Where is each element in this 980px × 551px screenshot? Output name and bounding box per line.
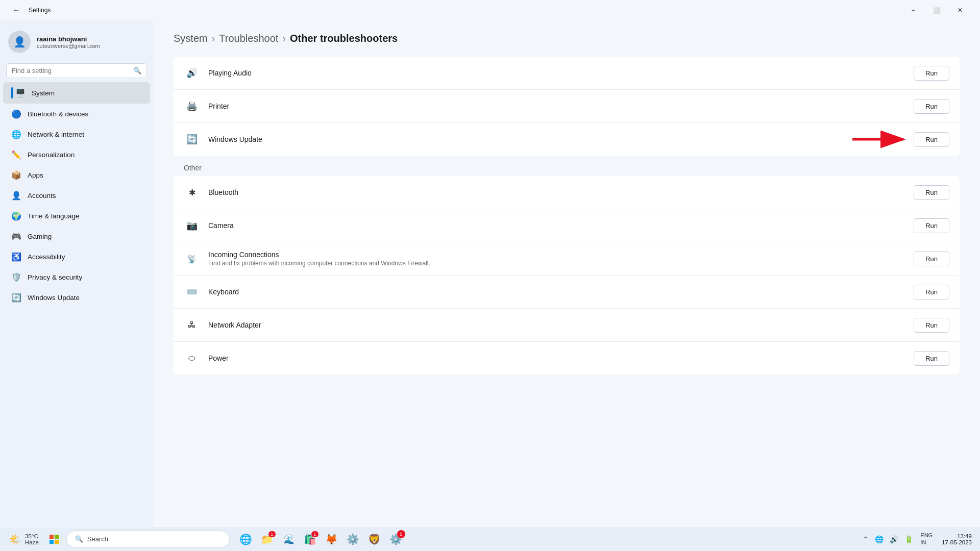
close-button[interactable]: ✕ — [948, 2, 972, 18]
system-icon: 🖥️ — [15, 88, 26, 98]
troubleshooter-keyboard: ⌨️ Keyboard Run — [174, 276, 960, 309]
search-icon: 🔍 — [133, 67, 141, 74]
taskbar-app-edge[interactable]: 🌊 — [279, 529, 299, 549]
run-playing-audio-button[interactable]: Run — [914, 66, 949, 81]
sidebar-item-windows-update[interactable]: 🔄 Windows Update — [3, 287, 150, 308]
taskbar-search-label: Search — [87, 535, 108, 543]
run-bluetooth-button[interactable]: Run — [914, 185, 949, 200]
sidebar-item-network[interactable]: 🌐 Network & internet — [3, 124, 150, 144]
run-camera-button[interactable]: Run — [914, 218, 949, 233]
playing-audio-title: Playing Audio — [208, 69, 914, 77]
chrome-icon: ⚙️ — [347, 533, 359, 545]
other-section: Other ✱ Bluetooth Run 📷 Camer — [174, 156, 960, 374]
breadcrumb-troubleshoot[interactable]: Troubleshoot — [219, 33, 278, 44]
search-input[interactable] — [12, 67, 129, 74]
other-section-label: Other — [174, 156, 960, 176]
taskbar-app-chrome[interactable]: ⚙️ — [343, 529, 363, 549]
sidebar-item-personalization[interactable]: ✏️ Personalization — [3, 144, 150, 165]
accounts-icon: 👤 — [11, 190, 21, 201]
run-incoming-connections-button[interactable]: Run — [914, 252, 949, 266]
breadcrumb-system[interactable]: System — [174, 33, 208, 44]
sidebar-item-accounts[interactable]: 👤 Accounts — [3, 185, 150, 206]
red-arrow-annotation — [852, 129, 914, 149]
troubleshooter-bluetooth: ✱ Bluetooth Run — [174, 176, 960, 209]
camera-ts-text: Camera — [208, 221, 914, 230]
network-adapter-title: Network Adapter — [208, 321, 914, 329]
store-badge: 1 — [311, 531, 318, 537]
taskbar-app-brave[interactable]: 🦁 — [364, 529, 385, 549]
run-printer-button[interactable]: Run — [914, 99, 949, 114]
clock-time: 13:49 — [957, 533, 972, 539]
sidebar-item-label: Apps — [28, 171, 43, 179]
svg-rect-2 — [50, 535, 54, 539]
camera-ts-icon: 📷 — [184, 217, 200, 234]
battery-icon[interactable]: 🔋 — [902, 533, 915, 545]
taskbar-app-settings[interactable]: ⚙️ 5 — [386, 529, 406, 549]
chevron-up-icon[interactable]: ⌃ — [861, 533, 871, 545]
sidebar-item-label: Network & internet — [28, 131, 84, 138]
accessibility-icon: ♿ — [11, 252, 21, 262]
minimize-button[interactable]: − — [901, 2, 925, 18]
taskbar-app-store[interactable]: 🛍️ 1 — [300, 529, 321, 549]
network-sys-icon[interactable]: 🌐 — [873, 533, 886, 545]
sidebar-item-label: Accounts — [28, 192, 56, 199]
titlebar-title: Settings — [29, 7, 51, 14]
maximize-button[interactable]: ⬜ — [925, 2, 948, 18]
incoming-connections-subtitle: Find and fix problems with incoming comp… — [208, 260, 914, 267]
troubleshooter-power: ⬭ Power Run — [174, 342, 960, 374]
sidebar-item-privacy[interactable]: 🛡️ Privacy & security — [3, 267, 150, 287]
language-indicator: ENGIN — [918, 530, 935, 547]
run-keyboard-button[interactable]: Run — [914, 285, 949, 299]
other-troubleshooters-group: ✱ Bluetooth Run 📷 Camera Run — [174, 176, 960, 374]
main-panel: System › Troubleshoot › Other troublesho… — [153, 20, 980, 551]
sidebar-item-label: Bluetooth & devices — [28, 110, 88, 118]
incoming-connections-text: Incoming Connections Find and fix proble… — [208, 251, 914, 267]
sidebar-item-system[interactable]: 🖥️ System — [3, 82, 150, 104]
sidebar-item-time[interactable]: 🌍 Time & language — [3, 206, 150, 226]
sidebar-item-apps[interactable]: 📦 Apps — [3, 165, 150, 185]
sidebar-item-accessibility[interactable]: ♿ Accessibility — [3, 246, 150, 267]
bluetooth-ts-icon: ✱ — [184, 184, 200, 201]
user-info: raaina bhojwani cuteuniverse@gmail.com — [37, 35, 100, 49]
back-button[interactable]: ← — [8, 2, 24, 18]
troubleshooter-camera: 📷 Camera Run — [174, 209, 960, 242]
windows-logo-icon — [50, 535, 59, 544]
firefox-icon: 🦊 — [325, 533, 338, 545]
weather-temp: 35°C — [25, 533, 39, 539]
audio-icon[interactable]: 🔊 — [888, 533, 900, 545]
power-ts-title: Power — [208, 354, 914, 362]
language-text: ENGIN — [918, 530, 935, 547]
settings-badge: 5 — [397, 530, 405, 538]
playing-audio-text: Playing Audio — [208, 69, 914, 77]
svg-rect-5 — [55, 540, 59, 544]
troubleshooter-windows-update: 🔄 Windows Update Run — [174, 123, 960, 156]
weather-condition: Haze — [25, 539, 39, 545]
sidebar-item-bluetooth[interactable]: 🔵 Bluetooth & devices — [3, 104, 150, 124]
sidebar-item-gaming[interactable]: 🎮 Gaming — [3, 226, 150, 246]
apps-icon: 📦 — [11, 170, 21, 180]
content-area: 👤 raaina bhojwani cuteuniverse@gmail.com… — [0, 20, 980, 551]
taskbar-app-firefox[interactable]: 🦊 — [322, 529, 342, 549]
sidebar-item-label: Gaming — [28, 233, 52, 240]
run-network-adapter-button[interactable]: Run — [914, 318, 949, 333]
taskbar-app-folder[interactable]: 📁 1 — [257, 529, 278, 549]
run-windows-update-button[interactable]: Run — [914, 132, 949, 147]
user-email: cuteuniverse@gmail.com — [37, 43, 100, 49]
user-profile[interactable]: 👤 raaina bhojwani cuteuniverse@gmail.com — [0, 24, 153, 61]
folder-badge: 1 — [268, 531, 276, 537]
playing-audio-icon: 🔊 — [184, 65, 200, 81]
run-power-button[interactable]: Run — [914, 351, 949, 366]
start-button[interactable] — [44, 529, 64, 549]
bluetooth-ts-title: Bluetooth — [208, 188, 914, 196]
svg-rect-4 — [50, 540, 54, 544]
weather-widget[interactable]: 🌤️ 35°C Haze — [4, 531, 44, 547]
taskbar-search[interactable]: 🔍 Search — [66, 531, 230, 548]
taskbar-app-browser-edge-secondary[interactable]: 🌐 — [236, 529, 256, 549]
edge-secondary-icon: 🌐 — [239, 533, 252, 545]
sidebar-search-box[interactable]: 🔍 — [6, 63, 147, 78]
power-ts-text: Power — [208, 354, 914, 362]
taskbar-clock[interactable]: 13:49 17-05-2023 — [938, 533, 976, 545]
sidebar: 👤 raaina bhojwani cuteuniverse@gmail.com… — [0, 20, 153, 551]
network-adapter-icon: 🖧 — [184, 317, 200, 333]
breadcrumb-current: Other troubleshooters — [290, 33, 398, 44]
